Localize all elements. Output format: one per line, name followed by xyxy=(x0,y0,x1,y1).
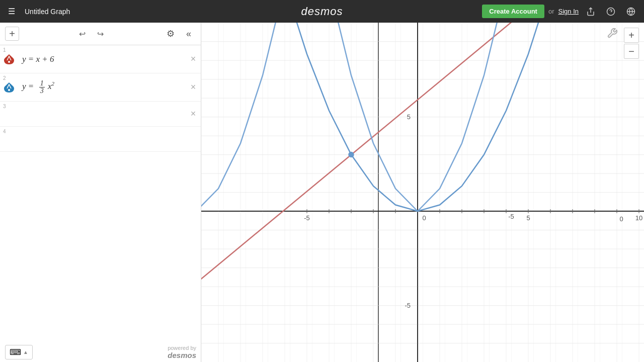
graph-area[interactable]: -5 0 5 10 xyxy=(201,23,644,362)
expr-close-1[interactable]: × xyxy=(186,52,201,67)
svg-point-5 xyxy=(8,61,10,63)
header: ☰ Untitled Graph desmos Create Account o… xyxy=(0,0,644,23)
header-right: Create Account or Sign In xyxy=(482,4,639,20)
zoom-out-button[interactable]: − xyxy=(624,44,639,59)
graph-settings-button[interactable] xyxy=(607,28,618,41)
keyboard-button[interactable]: ⌨ ▲ xyxy=(5,345,33,359)
expression-toolbar: + ↩ ↪ ⚙ « xyxy=(0,23,201,45)
share-button[interactable] xyxy=(583,4,599,20)
powered-by-desmos: powered by desmos xyxy=(168,345,196,359)
svg-text:0: 0 xyxy=(619,215,623,223)
desmos-wordmark: desmos xyxy=(301,5,343,18)
expr-formula-2[interactable]: y = 1 3 x2 xyxy=(18,75,186,100)
language-button[interactable] xyxy=(623,4,639,20)
powered-by-text: powered by xyxy=(168,345,196,351)
expression-row-4: 4 xyxy=(0,127,201,152)
sign-in-button[interactable]: Sign In xyxy=(558,8,579,15)
desmos-logo: desmos xyxy=(301,5,343,18)
help-button[interactable] xyxy=(603,4,619,20)
expr-icon-1[interactable] xyxy=(0,53,18,65)
expr-icon-2[interactable] xyxy=(0,81,18,94)
svg-point-76 xyxy=(349,152,354,157)
expr-formula-3[interactable] xyxy=(0,109,186,119)
expression-panel: + ↩ ↪ ⚙ « 1 y = x + 6 × xyxy=(0,23,201,362)
graph-canvas: -5 0 5 10 xyxy=(201,23,644,362)
svg-text:-5: -5 xyxy=(508,213,514,220)
hamburger-button[interactable]: ☰ xyxy=(0,0,23,23)
svg-text:5: 5 xyxy=(407,113,411,121)
expr-formula-4[interactable] xyxy=(0,134,201,144)
settings-button[interactable]: ⚙ xyxy=(164,27,178,41)
expression-row-3: 3 × xyxy=(0,102,201,127)
app-title: Untitled Graph xyxy=(25,8,70,16)
expression-row-1: 1 y = x + 6 × xyxy=(0,45,201,73)
svg-text:5: 5 xyxy=(526,214,530,222)
redo-button[interactable]: ↪ xyxy=(94,27,108,41)
expr-close-2[interactable]: × xyxy=(186,80,201,95)
expr-number-2: 2 xyxy=(3,75,6,81)
svg-text:-5: -5 xyxy=(405,302,411,309)
or-separator: or xyxy=(548,8,554,15)
expr-close-3[interactable]: × xyxy=(186,107,201,122)
hamburger-icon: ☰ xyxy=(8,7,15,16)
create-account-button[interactable]: Create Account xyxy=(482,5,544,18)
svg-text:-5: -5 xyxy=(304,214,310,222)
expr-number-4: 4 xyxy=(3,129,6,134)
undo-button[interactable]: ↩ xyxy=(75,27,90,41)
svg-point-6 xyxy=(8,89,10,91)
svg-text:10: 10 xyxy=(635,214,642,222)
expression-row-2: 2 y = 1 3 x2 × xyxy=(0,73,201,102)
zoom-controls: + − xyxy=(624,28,639,59)
panel-footer: ⌨ ▲ powered by desmos xyxy=(0,342,201,362)
expr-number-3: 3 xyxy=(3,104,6,109)
desmos-brand: desmos xyxy=(168,351,196,359)
add-expression-button[interactable]: + xyxy=(5,27,19,41)
expand-icon: ▲ xyxy=(23,349,28,355)
svg-text:0: 0 xyxy=(422,214,426,222)
expr-formula-1[interactable]: y = x + 6 xyxy=(18,49,186,69)
expr-number-1: 1 xyxy=(3,47,6,53)
keyboard-icon: ⌨ xyxy=(10,347,21,357)
zoom-in-button[interactable]: + xyxy=(624,28,639,43)
collapse-panel-button[interactable]: « xyxy=(182,27,196,41)
